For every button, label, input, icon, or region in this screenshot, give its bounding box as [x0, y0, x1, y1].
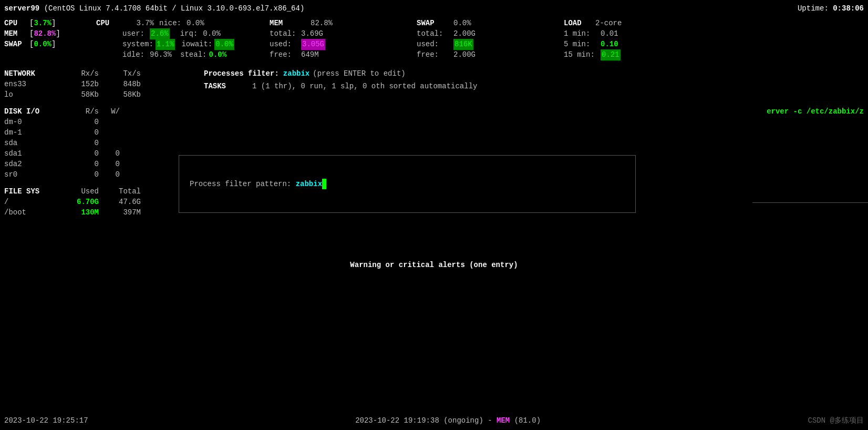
disk-w-header: W/: [99, 106, 120, 117]
mem-title: MEM: [270, 18, 301, 28]
swap-used-val: 816K: [453, 39, 473, 49]
mem-free-label: free:: [270, 49, 301, 60]
network-and-filter: NETWORK Rx/s Tx/s ens33152b848blo58Kb58K…: [4, 68, 864, 100]
load-detail-panel: LOAD 2-core 1 min: 0.01 5 min: 0.10 15 m…: [564, 18, 864, 60]
mem-detail-row2: total: 3.69G: [270, 28, 417, 39]
cpu-idle-val: 96.3%: [150, 49, 172, 60]
cpu-nice-val: 0.0%: [187, 18, 204, 28]
mem-detail-row4: free: 649M: [270, 49, 417, 60]
mem-detail-panel: MEM 82.8% total: 3.69G used: 3.05G free:…: [270, 18, 417, 60]
network-rows: ens33152b848blo58Kb58Kb: [4, 79, 183, 100]
modal-value[interactable]: zabbix: [296, 179, 322, 189]
filesys-header: FILE SYS Used Total: [4, 186, 183, 197]
disk-row: dm-10: [4, 127, 183, 138]
disk-title: DISK I/O: [4, 106, 57, 117]
text-cursor: [322, 179, 326, 189]
load-5min-val: 0.10: [601, 39, 618, 49]
mem-detail-row3: used: 3.05G: [270, 39, 417, 49]
load-1min-label: 1 min:: [564, 28, 601, 39]
current-timestamp: 2023-10-22 19:25:17: [4, 415, 88, 426]
load-detail-row3: 5 min: 0.10: [564, 39, 864, 49]
alert-mem-label: MEM: [497, 416, 510, 425]
cpu-steal-val: 0.0%: [209, 49, 226, 60]
os-info: (CentOS Linux 7.4.1708 64bit / Linux 3.1…: [44, 4, 305, 13]
load-title: LOAD: [564, 18, 595, 28]
alert-entry: 2023-10-22 19:19:38 (ongoing) - MEM (81.…: [355, 415, 541, 426]
disk-row: sda200: [4, 159, 183, 169]
load-15min-label: 15 min:: [564, 49, 601, 60]
filter-hint: (press ENTER to edit): [313, 68, 405, 79]
cpu-idle-label: idle:: [122, 49, 144, 60]
resource-bars: CPU [ 3.7% ] MEM [ 82.8% ] SWAP [ 0.0% ]: [4, 18, 96, 60]
mem-used-val: 3.05G: [301, 39, 325, 49]
filter-label: Processes filter:: [204, 68, 279, 79]
process-filter-modal[interactable]: Process filter pattern: zabbix: [179, 155, 636, 213]
modal-label: Process filter pattern:: [190, 179, 291, 189]
mem-bar-value: 82.8%: [34, 28, 56, 39]
mem-total-val: 3.69G: [301, 28, 323, 39]
disk-row: dm-00: [4, 117, 183, 127]
filter-name: zabbix: [283, 68, 309, 79]
load-15min-val: 0.21: [601, 49, 621, 60]
tx-header: Tx/s: [99, 68, 141, 79]
load-cores: 2-core: [595, 18, 622, 28]
disk-row: sr000: [4, 169, 183, 180]
mem-bar-label: MEM: [4, 28, 29, 39]
disk-header: DISK I/O R/s W/: [4, 106, 183, 117]
disk-row: sda100: [4, 148, 183, 159]
process-partial-text: erver -c /etc/zabbix/z: [767, 106, 864, 180]
load-detail-row2: 1 min: 0.01: [564, 28, 864, 39]
spacer4: [4, 218, 864, 260]
tasks-label: TASKS: [204, 81, 246, 91]
swap-detail-row1: SWAP 0.0%: [417, 18, 564, 28]
filesys-row: /6.70G47.6G: [4, 197, 183, 207]
network-title: NETWORK: [4, 68, 57, 79]
cpu-bar-value: 3.7%: [34, 18, 51, 28]
cpu-detail-row1: CPU 3.7% nice: 0.0%: [96, 18, 270, 28]
swap-detail-row3: used: 816K: [417, 39, 564, 49]
disk-r-header: R/s: [57, 106, 99, 117]
swap-total-val: 2.00G: [453, 28, 476, 39]
swap-detail-row2: total: 2.00G: [417, 28, 564, 39]
tasks-value: 1 (1 thr), 0 run, 1 slp, 0 oth sorted au…: [252, 81, 477, 91]
filesys-section: FILE SYS Used Total /6.70G47.6G/boot130M…: [4, 186, 183, 218]
processes-filter-line: Processes filter: zabbix (press ENTER to…: [204, 68, 477, 79]
cpu-irq-val: 0.0%: [203, 28, 221, 39]
alerts-title: Warning or critical alerts (one entry): [350, 261, 518, 269]
cpu-system-label: system:: [122, 39, 153, 49]
cpu-detail-panel: CPU 3.7% nice: 0.0% user: 2.6% irq: 0.0%…: [96, 18, 270, 60]
filesys-title: FILE SYS: [4, 186, 57, 197]
network-header: NETWORK Rx/s Tx/s: [4, 68, 183, 79]
filesys-row: /boot130M397M: [4, 207, 183, 218]
mem-bar-row: MEM [ 82.8% ]: [4, 28, 96, 39]
cpu-percent: 3.7%: [122, 18, 154, 28]
swap-percent: 0.0%: [453, 18, 471, 28]
alert-mem-value: (81.0): [514, 416, 541, 425]
swap-total-label: total:: [417, 28, 453, 39]
swap-bar-row: SWAP [ 0.0% ]: [4, 39, 96, 49]
disk-rows: dm-00dm-10sda0sda100sda200sr000: [4, 117, 183, 180]
swap-free-val: 2.00G: [453, 49, 476, 60]
watermark: CSDN @多练项目: [808, 415, 864, 426]
swap-bar-value: 0.0%: [34, 39, 51, 49]
server-info: server99 (CentOS Linux 7.4.1708 64bit / …: [4, 3, 304, 14]
cpu-iowait-val: 0.0%: [214, 39, 234, 49]
uptime-label: Uptime:: [798, 4, 829, 13]
load-detail-row4: 15 min: 0.21: [564, 49, 864, 60]
network-section: NETWORK Rx/s Tx/s ens33152b848blo58Kb58K…: [4, 68, 183, 100]
bottom-bar: 2023-10-22 19:25:17 2023-10-22 19:19:38 …: [0, 415, 868, 426]
server-name: server99: [4, 4, 39, 13]
swap-title: SWAP: [417, 18, 453, 28]
swap-detail-row4: free: 2.00G: [417, 49, 564, 60]
swap-detail-panel: SWAP 0.0% total: 2.00G used: 816K free: …: [417, 18, 564, 60]
cpu-nice-label: nice:: [159, 18, 181, 28]
filesys-total-header: Total: [99, 186, 141, 197]
disk-io-section: DISK I/O R/s W/ dm-00dm-10sda0sda100sda2…: [4, 106, 183, 180]
spacer2: [4, 102, 864, 106]
network-row: lo58Kb58Kb: [4, 89, 183, 100]
cpu-title: CPU: [96, 18, 122, 28]
uptime-display: Uptime: 0:38:06: [798, 3, 864, 14]
disk-row: sda0: [4, 138, 183, 148]
alert-timestamp: 2023-10-22 19:19:38 (ongoing) -: [355, 416, 497, 425]
cpu-detail-row4: idle: 96.3% steal: 0.0%: [96, 49, 270, 60]
